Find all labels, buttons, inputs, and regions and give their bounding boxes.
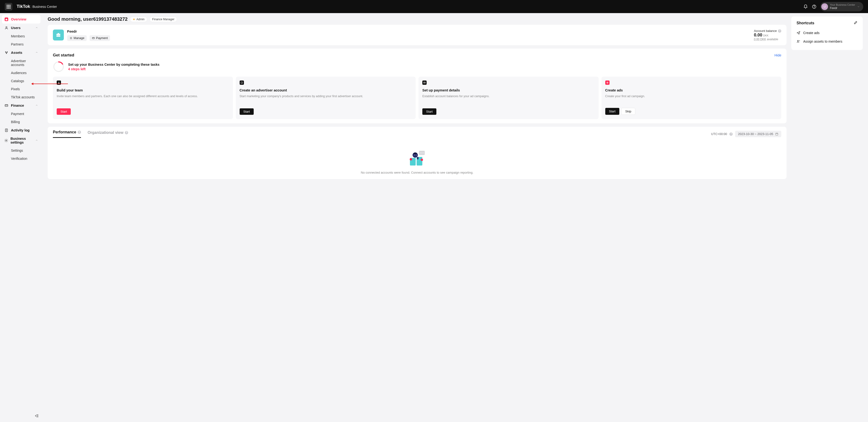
chevron-up-icon <box>35 26 38 30</box>
svg-rect-15 <box>241 82 243 84</box>
sidebar: Overview Users Members Partners Assets A… <box>0 13 42 422</box>
chevron-up-icon <box>35 104 38 107</box>
sidebar-item-settings[interactable]: Settings <box>2 147 40 155</box>
help-icon[interactable]: ? <box>78 130 81 134</box>
start-button[interactable]: Start <box>605 108 619 115</box>
shortcuts-card: Shortcuts Create ads Assign assets to me… <box>791 17 863 50</box>
task-desc: Create your first ad campaign. <box>605 94 778 105</box>
start-button[interactable]: Start <box>240 108 254 115</box>
svg-point-26 <box>416 155 416 155</box>
card-icon <box>92 37 95 39</box>
task-desc: Invite team members and partners. Each o… <box>57 94 229 105</box>
help-icon[interactable]: ? <box>125 131 128 134</box>
progress-ring-icon <box>53 61 64 72</box>
apps-grid-icon <box>7 5 10 8</box>
task-build-team: Build your team Invite team members and … <box>53 77 233 119</box>
finance-icon <box>4 103 8 108</box>
sidebar-item-advertiser-accounts[interactable]: Advertiser accounts <box>2 57 40 69</box>
shortcut-create-ads[interactable]: Create ads <box>797 29 858 37</box>
available-label: available <box>767 38 778 41</box>
team-icon <box>57 80 61 85</box>
shortcuts-title: Shortcuts <box>797 21 814 25</box>
org-name: Feedr <box>67 29 112 33</box>
greeting-row: Good morning, user6199137483272 ★Admin F… <box>48 17 786 22</box>
task-desc: Establish account balances for your ad c… <box>422 94 595 105</box>
sidebar-item-pixels[interactable]: Pixels <box>2 85 40 93</box>
apps-menu-button[interactable] <box>5 3 12 10</box>
svg-point-1 <box>814 7 814 8</box>
task-title: Create ads <box>605 88 778 93</box>
sidebar-item-verification[interactable]: Verification <box>2 155 40 163</box>
sidebar-item-activity-log[interactable]: Activity log <box>2 126 40 135</box>
sidebar-item-finance[interactable]: Finance <box>2 101 40 110</box>
task-title: Create an advertiser account <box>240 88 412 93</box>
svg-point-9 <box>6 140 7 141</box>
wallet-icon <box>422 80 427 85</box>
performance-card: Performance ? Organizational view ? UTC+… <box>48 127 786 179</box>
svg-point-14 <box>58 82 59 83</box>
brand-logo: TikTok : Business Center <box>17 4 57 9</box>
svg-point-3 <box>6 27 7 28</box>
help-button[interactable] <box>810 2 818 11</box>
sidebar-item-tiktok-accounts[interactable]: TikTok accounts <box>2 93 40 101</box>
collapse-icon <box>35 414 39 418</box>
user-icon <box>4 26 8 30</box>
account-switcher[interactable]: U Your Business Center Feedr <box>820 2 863 11</box>
task-advertiser-account: Create an advertiser account Start marke… <box>236 77 416 119</box>
svg-point-22 <box>422 153 422 153</box>
svg-rect-29 <box>417 157 418 159</box>
tab-organizational[interactable]: Organizational view ? <box>88 130 128 138</box>
manage-button[interactable]: Manage <box>67 35 87 41</box>
sidebar-item-business-settings[interactable]: Business settings <box>2 135 40 147</box>
send-icon <box>797 31 800 35</box>
start-button[interactable]: Start <box>422 108 436 115</box>
task-desc: Start marketing your company's products … <box>240 94 412 105</box>
assign-icon <box>797 39 800 43</box>
date-range-picker[interactable]: 2023-10-30 ~ 2023-11-05 <box>735 131 781 137</box>
edit-shortcuts-button[interactable] <box>854 21 858 25</box>
assets-icon <box>4 51 8 55</box>
available-amount: 0.00 DKK <box>754 38 766 41</box>
shortcut-assign-assets[interactable]: Assign assets to members <box>797 37 858 46</box>
svg-point-4 <box>5 52 6 52</box>
account-name: Feedr <box>830 6 855 10</box>
svg-point-21 <box>420 153 421 153</box>
sidebar-item-assets[interactable]: Assets <box>2 48 40 57</box>
timezone-label: UTC+00:00 <box>711 132 727 136</box>
calendar-icon <box>775 132 778 136</box>
setup-text: Set up your Business Center by completin… <box>68 63 160 66</box>
notifications-button[interactable] <box>801 2 810 11</box>
home-icon <box>4 17 8 22</box>
balance-currency: DKK <box>763 34 769 37</box>
payment-button[interactable]: Payment <box>90 35 110 41</box>
empty-illustration <box>408 150 427 166</box>
steps-left: 4 steps left <box>68 67 160 71</box>
sidebar-item-billing[interactable]: Billing <box>2 118 40 126</box>
sidebar-item-overview[interactable]: Overview <box>2 15 40 24</box>
sidebar-item-partners[interactable]: Partners <box>2 40 40 48</box>
balance-label: Account balance <box>754 29 777 33</box>
svg-point-30 <box>410 158 412 161</box>
collapse-sidebar-button[interactable] <box>35 414 39 419</box>
log-icon <box>4 128 8 132</box>
task-title: Build your team <box>57 88 229 93</box>
sidebar-item-users[interactable]: Users <box>2 24 40 32</box>
annotation-arrow <box>32 84 68 84</box>
sidebar-item-audiences[interactable]: Audiences <box>2 69 40 77</box>
role-badge: Finance Manager <box>150 17 177 22</box>
help-icon[interactable]: ? <box>730 132 733 136</box>
svg-rect-16 <box>424 82 426 83</box>
sidebar-item-members[interactable]: Members <box>2 32 40 40</box>
start-button[interactable]: Start <box>57 108 71 115</box>
svg-point-6 <box>6 53 7 54</box>
skip-button[interactable]: Skip <box>621 108 635 115</box>
greeting-text: Good morning, user6199137483272 <box>48 17 128 22</box>
sidebar-item-payment[interactable]: Payment <box>2 110 40 118</box>
tab-performance[interactable]: Performance ? <box>53 130 81 138</box>
svg-point-25 <box>414 155 414 155</box>
bell-icon <box>803 4 808 9</box>
top-bar: TikTok : Business Center U Your Business… <box>0 0 868 13</box>
hide-link[interactable]: Hide <box>774 53 781 57</box>
svg-point-5 <box>7 52 8 52</box>
help-icon[interactable]: ? <box>778 29 781 33</box>
